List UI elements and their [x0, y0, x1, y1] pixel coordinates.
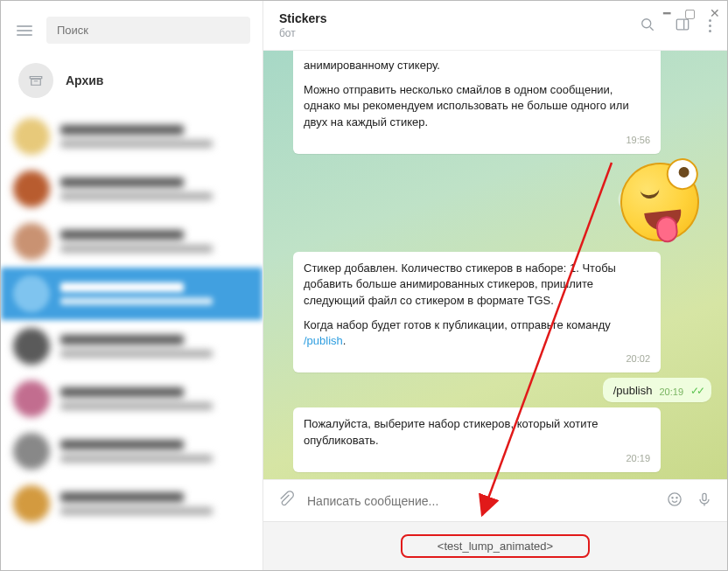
chat-body[interactable]: анимированному стикеру. Можно отправить … — [263, 51, 727, 479]
emoji-icon[interactable] — [666, 491, 683, 511]
message-out: /publish 20:19 ✓✓ — [603, 378, 711, 402]
message-time: 20:02 — [304, 352, 650, 366]
chat-item[interactable] — [1, 425, 262, 477]
svg-point-5 — [672, 498, 673, 498]
svg-point-4 — [668, 493, 681, 505]
svg-point-6 — [676, 498, 677, 498]
sidebar: Архив — [1, 1, 263, 570]
suggestion-text: <test_lump_animated> — [438, 540, 553, 553]
message-time: 20:19 — [304, 452, 650, 465]
message-in: Пожалуйста, выберите набор стикеров, кот… — [293, 407, 661, 472]
sticker-wink-emoji[interactable] — [620, 163, 704, 247]
read-checks-icon: ✓✓ — [690, 385, 703, 397]
message-in: анимированному стикеру. Можно отправить … — [293, 51, 661, 154]
window-minimize-icon[interactable]: ━ — [663, 6, 670, 20]
chat-list[interactable] — [1, 110, 262, 570]
message-text: Пожалуйста, выберите набор стикеров, кот… — [304, 416, 650, 448]
chat-item[interactable] — [1, 163, 262, 215]
message-text: Можно отправить несколько смайлов в одно… — [304, 82, 650, 130]
search-input[interactable] — [46, 17, 250, 44]
chat-item[interactable] — [1, 215, 262, 268]
header-search-icon[interactable] — [639, 16, 656, 36]
chat-item[interactable] — [1, 320, 262, 373]
svg-rect-2 — [676, 19, 688, 30]
archive-row[interactable]: Архив — [1, 54, 262, 110]
svg-rect-7 — [703, 493, 706, 500]
message-span: Когда набор будет готов к публикации, от… — [304, 318, 611, 331]
message-span: . — [343, 334, 346, 347]
message-input[interactable] — [307, 494, 654, 508]
message-time: 20:19 — [659, 386, 683, 397]
svg-point-0 — [642, 18, 651, 27]
chat-header: Stickers бот — [263, 1, 727, 51]
keyboard-suggestion-bar: <test_lump_animated> — [263, 521, 727, 570]
archive-label: Архив — [66, 73, 103, 87]
message-time: 19:56 — [304, 134, 650, 147]
chat-title[interactable]: Stickers — [279, 11, 326, 25]
suggestion-button[interactable]: <test_lump_animated> — [401, 534, 590, 558]
message-text: Стикер добавлен. Количество стикеров в н… — [304, 261, 650, 309]
attach-icon[interactable] — [277, 491, 295, 511]
chat-item[interactable] — [1, 110, 262, 163]
chat-item[interactable] — [1, 477, 262, 530]
message-text: анимированному стикеру. — [304, 58, 650, 73]
message-text: /publish — [613, 384, 653, 397]
hamburger-menu-icon[interactable] — [13, 22, 36, 39]
microphone-icon[interactable] — [696, 491, 713, 511]
message-text: Когда набор будет готов к публикации, от… — [304, 317, 650, 349]
more-options-icon[interactable] — [709, 19, 711, 32]
chat-item-active[interactable] — [1, 268, 262, 320]
message-in: Стикер добавлен. Количество стикеров в н… — [293, 252, 661, 373]
svg-line-1 — [650, 26, 654, 30]
publish-link[interactable]: /publish — [304, 334, 343, 347]
chat-item[interactable] — [1, 373, 262, 425]
message-composer — [263, 479, 727, 521]
window-maximize-icon[interactable]: ▢ — [684, 6, 696, 20]
archive-icon — [18, 63, 53, 98]
window-close-icon[interactable]: ✕ — [710, 6, 720, 20]
chat-subtitle: бот — [279, 27, 326, 39]
